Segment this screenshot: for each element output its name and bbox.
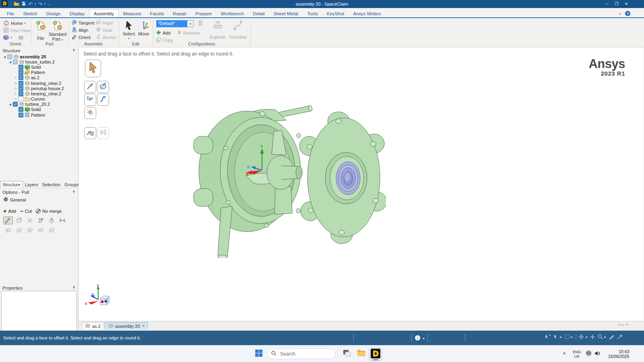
option-cut[interactable]: −Cut (20, 208, 32, 214)
option-add[interactable]: +Add (3, 208, 16, 214)
panel-tab-structure[interactable]: Structure (0, 181, 23, 188)
play-tool[interactable] (97, 127, 109, 139)
plan-view-button[interactable]: Plan View (3, 27, 30, 34)
tree-checkbox[interactable]: ✓ (7, 54, 12, 59)
close-icon[interactable]: ✕ (621, 0, 631, 8)
tree-checkbox[interactable]: ✓ (19, 91, 23, 96)
config-add-button[interactable]: Add (156, 30, 171, 36)
spaceclaim-logo-icon[interactable] (2, 0, 8, 8)
pull-straight-tool[interactable] (84, 81, 96, 93)
taskbar-desktop-window-button[interactable] (341, 348, 353, 360)
tab-scroll-controls[interactable]: ◁▷× (617, 323, 630, 327)
menu-tab-prepare[interactable]: Prepare (191, 10, 216, 17)
tree-item[interactable]: ✓Pattern (1, 112, 78, 117)
open-folder-icon[interactable] (14, 0, 19, 8)
collapse-ribbon-icon[interactable]: ∧ (618, 12, 621, 16)
pull-option-cross-icon[interactable] (25, 216, 35, 224)
tree-item[interactable]: ◢✓house_turbin.2 (1, 59, 78, 64)
select-cursor-tool[interactable] (85, 60, 101, 77)
select-tool-button[interactable]: Select▾ (122, 20, 136, 41)
menu-tab-tools[interactable]: Tools (303, 10, 322, 17)
menu-tab-sheet-metal[interactable]: Sheet Metal (269, 10, 303, 17)
tree-expander-icon[interactable]: ◢ (8, 103, 12, 106)
speaker-icon[interactable] (593, 350, 601, 358)
menu-tab-workbench[interactable]: Workbench (216, 10, 248, 17)
tree-item[interactable]: ▷✓penutup house.2 (1, 86, 78, 91)
pull-chamfer-1-icon[interactable] (3, 226, 13, 234)
pull-option-gauge-icon[interactable] (47, 216, 56, 224)
redo-dropdown-icon[interactable]: ▾ (44, 2, 46, 6)
menu-tab-assembly[interactable]: Assembly (89, 9, 119, 17)
redo-icon[interactable]: ↷ (38, 1, 42, 7)
move-tool-button[interactable]: Move (137, 20, 151, 36)
tangent-button[interactable]: Tangent (72, 20, 94, 26)
pull-revolve-tool[interactable] (97, 81, 109, 93)
pull-draft-tool[interactable] (84, 94, 96, 106)
tree-expander-icon[interactable]: ◢ (2, 55, 7, 58)
minimize-icon[interactable]: ─ (602, 0, 612, 8)
taskbar-search[interactable] (266, 348, 336, 359)
tree-item[interactable]: ▷✓bearing_clear.2 (1, 91, 78, 96)
insert-file-button[interactable]: File (34, 21, 47, 41)
tree-item[interactable]: ▷✓as.2 (1, 75, 78, 80)
help-icon[interactable]: ? (625, 11, 630, 16)
pull-option-dimension-icon[interactable] (58, 216, 67, 224)
tree-item[interactable]: ▷Curves (1, 97, 78, 102)
tray-language[interactable]: ENGUS (571, 350, 583, 358)
search-input[interactable] (279, 351, 325, 357)
configuration-combobox[interactable]: *Default* ▼ (156, 20, 194, 27)
options-general-row[interactable]: General (0, 195, 78, 204)
pull-sweep-tool[interactable] (97, 94, 109, 106)
menu-tab-detail[interactable]: Detail (248, 10, 269, 17)
combo-dropdown-icon[interactable]: ▼ (187, 21, 193, 27)
start-button[interactable] (253, 348, 265, 360)
tree-item[interactable]: ◢✓assembly 20 (1, 54, 78, 59)
document-tab[interactable]: as.2 (82, 322, 104, 329)
panel-tab-selection[interactable]: Selection (40, 181, 62, 188)
pin-icon[interactable] (72, 48, 76, 53)
status-info-button[interactable]: i ▲ (415, 335, 425, 341)
undo-icon[interactable]: ↶ (28, 1, 33, 7)
menu-tab-repair[interactable]: Repair (168, 10, 191, 17)
tree-expander-icon[interactable]: ▷ (14, 97, 18, 101)
rigid-button[interactable]: Rigid (96, 20, 113, 26)
assembly-3d-model[interactable]: Y Z X (193, 97, 386, 258)
tray-chevron-icon[interactable]: ^ (560, 352, 568, 356)
tree-expander-icon[interactable]: ▷ (14, 92, 18, 95)
home-view-button[interactable]: Home▾ (3, 20, 26, 27)
network-globe-icon[interactable] (584, 350, 592, 358)
tree-item[interactable]: ✓Pattern (1, 70, 78, 75)
maximize-icon[interactable]: ❐ (612, 0, 621, 8)
pull-option-cube-icon[interactable] (14, 216, 24, 224)
tree-checkbox[interactable] (19, 97, 23, 101)
panel-tab-layers[interactable]: Layers (23, 181, 40, 188)
document-tab[interactable]: assembly 20× (105, 322, 148, 329)
pull-scale-tool[interactable] (84, 107, 96, 119)
pin-icon[interactable] (72, 190, 76, 195)
tree-checkbox[interactable]: ✓ (13, 102, 18, 107)
tree-expander-icon[interactable]: ◢ (8, 60, 12, 64)
tray-clock[interactable]: 10:4315/06/2025 (606, 349, 631, 359)
viewport[interactable]: Select and drag a face to offset it. Sel… (78, 47, 644, 329)
pull-up-to-tool[interactable] (84, 127, 96, 139)
tree-checkbox[interactable]: ✓ (19, 81, 23, 86)
tree-checkbox[interactable]: ✓ (19, 107, 23, 112)
menu-tab-keyshot[interactable]: KeyShot (322, 10, 349, 17)
customize-qat-icon[interactable]: ⌄ (48, 2, 51, 6)
close-tab-icon[interactable]: × (142, 324, 145, 328)
status-view-tools[interactable] (545, 334, 624, 342)
standard-part-button[interactable]: Standard Part ▾ (48, 21, 67, 42)
tree-checkbox[interactable]: ✓ (19, 86, 23, 91)
menu-tab-ansys-motion[interactable]: Ansys Motion (349, 10, 385, 17)
menu-tab-design[interactable]: Design (42, 10, 65, 17)
tree-item[interactable]: ✓Solid (1, 107, 78, 112)
option-no-merge[interactable]: No merge (36, 209, 62, 214)
orient-button[interactable]: Orient (72, 34, 91, 40)
pull-chamfer-5-icon[interactable] (47, 226, 56, 234)
tree-expander-icon[interactable]: ▷ (14, 87, 18, 90)
traceline-button[interactable]: Traceline (228, 20, 248, 39)
undo-dropdown-icon[interactable]: ▾ (35, 2, 36, 6)
tree-expander-icon[interactable]: ▷ (14, 76, 18, 79)
tree-item[interactable]: ✓Solid (1, 64, 78, 70)
pull-option-caliper-icon[interactable] (36, 216, 45, 224)
